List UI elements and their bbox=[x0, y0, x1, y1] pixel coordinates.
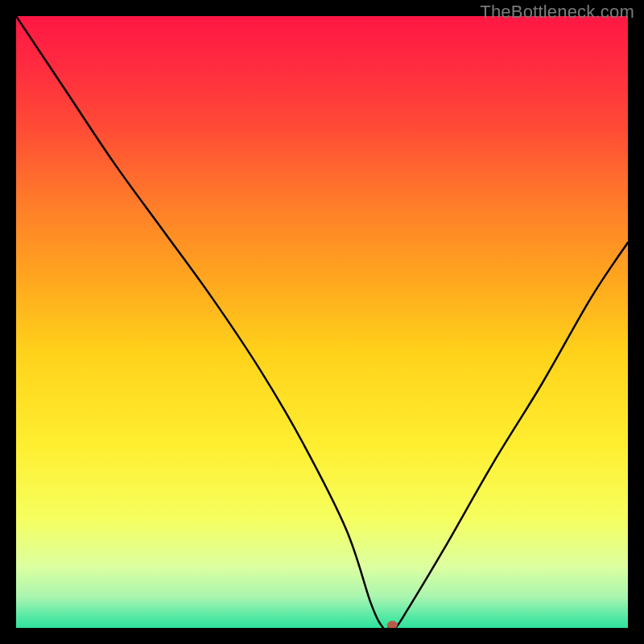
gradient-background bbox=[16, 16, 628, 628]
plot-area bbox=[16, 16, 628, 628]
watermark-text: TheBottleneck.com bbox=[480, 2, 634, 23]
bottleneck-chart-svg bbox=[16, 16, 628, 628]
chart-container: TheBottleneck.com bbox=[0, 0, 644, 644]
